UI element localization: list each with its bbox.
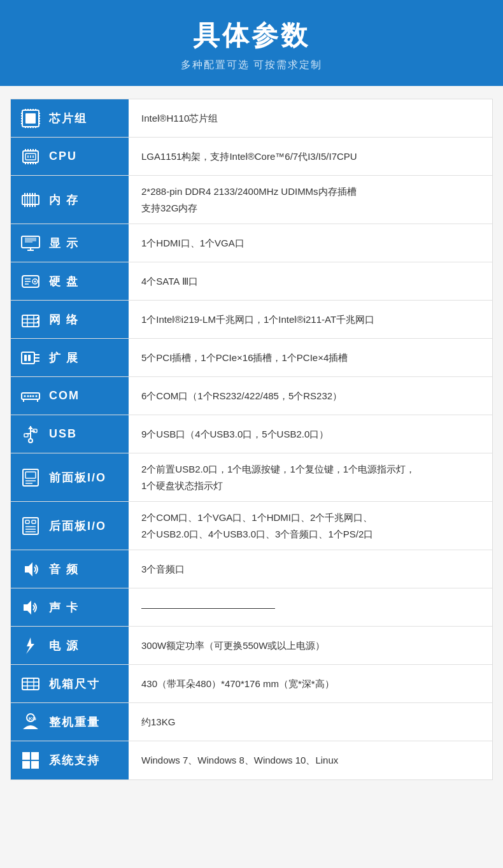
spec-row-display: 显 示1个HDMI口、1个VGA口 [11,224,492,262]
spec-value-text-sound-card: —————————————— [141,599,275,616]
svg-rect-97 [25,520,29,523]
com-icon [18,384,43,408]
spec-value-weight: 约13KG [129,703,492,741]
spec-row-weight: KG 整机重量约13KG [11,703,492,741]
rear-panel-icon [18,514,43,538]
spec-value-text-rear-panel: 2个COM口、1个VGA口、1个HDMI口、2个千兆网口、2个USB2.0口、4… [141,509,373,542]
spec-value-rear-panel: 2个COM口、1个VGA口、1个HDMI口、2个千兆网口、2个USB2.0口、4… [129,502,492,550]
spec-label-text-display: 显 示 [49,236,79,251]
spec-label-text-front-panel: 前面板I/O [49,470,106,485]
svg-point-91 [29,439,32,443]
svg-rect-114 [31,761,39,769]
spec-label-rear-panel: 后面板I/O [11,502,129,550]
spec-value-network: 1个Intel®i219-LM千兆网口，1个Intel®i211-AT千兆网口 [129,301,492,338]
chipset-icon [18,106,43,131]
spec-value-text-expansion: 5个PCI插槽，1个PCIe×16插槽，1个PCIe×4插槽 [141,350,348,366]
spec-value-text-power: 300W额定功率（可更换550W或以上电源） [141,637,325,654]
spec-value-front-panel: 2个前置USB2.0口，1个电源按键，1个复位键，1个电源指示灯，1个硬盘状态指… [129,453,492,501]
svg-rect-66 [22,315,39,327]
spec-value-text-hdd: 4个SATA Ⅲ口 [141,273,198,290]
front-panel-icon [18,466,43,490]
svg-text:KG: KG [29,716,36,722]
svg-point-83 [32,395,34,397]
svg-point-82 [30,395,32,397]
spec-row-sound-card: 声 卡—————————————— [11,588,492,627]
spec-label-chassis: 机箱尺寸 [11,665,129,702]
svg-marker-103 [24,601,31,615]
spec-value-text-com: 6个COM口（1个RS232/422/485，5个RS232） [141,388,342,404]
svg-rect-74 [24,355,27,361]
spec-value-cpu: LGA1151构架，支持Intel®Core™6/7代I3/I5/I7CPU [129,138,492,175]
display-icon [18,231,43,255]
network-icon [18,308,43,332]
svg-rect-89 [24,434,28,437]
spec-row-chassis: 机箱尺寸430（带耳朵480）*470*176 mm（宽*深*高） [11,665,492,703]
svg-rect-75 [28,355,31,361]
svg-rect-111 [22,752,30,760]
spec-value-text-weight: 约13KG [141,714,175,730]
svg-point-62 [34,280,36,282]
spec-label-expansion: 扩 展 [11,339,129,376]
spec-label-sound-card: 声 卡 [11,588,129,626]
spec-value-text-chipset: Intel®H110芯片组 [141,110,218,127]
spec-label-weight: KG 整机重量 [11,703,129,741]
spec-row-hdd: 硬 盘4个SATA Ⅲ口 [11,262,492,301]
power-icon [18,634,43,658]
spec-value-hdd: 4个SATA Ⅲ口 [129,262,492,300]
spec-value-display: 1个HDMI口、1个VGA口 [129,224,492,262]
svg-rect-93 [25,472,36,478]
svg-rect-112 [31,752,39,760]
spec-row-network: 网 络1个Intel®i219-LM千兆网口，1个Intel®i211-AT千兆… [11,301,492,339]
spec-label-text-hdd: 硬 盘 [49,274,79,289]
spec-label-text-memory: 内 存 [49,192,79,208]
spec-value-power: 300W额定功率（可更换550W或以上电源） [129,627,492,664]
spec-value-text-cpu: LGA1151构架，支持Intel®Core™6/7代I3/I5/I7CPU [141,148,357,165]
usb-icon [18,422,43,446]
spec-label-com: COM [11,377,129,415]
spec-value-usb: 9个USB口（4个USB3.0口，5个USB2.0口） [129,415,492,453]
spec-value-text-network: 1个Intel®i219-LM千兆网口，1个Intel®i211-AT千兆网口 [141,311,374,328]
spec-row-os: 系统支持Windows 7、Windows 8、Windows 10、Linux [11,741,492,779]
spec-value-text-front-panel: 2个前置USB2.0口，1个电源按键，1个复位键，1个电源指示灯，1个硬盘状态指… [141,461,415,494]
spec-value-audio: 3个音频口 [129,550,492,588]
spec-label-text-audio: 音 频 [49,562,79,577]
header-title: 具体参数 [13,18,490,53]
svg-rect-104 [22,678,39,690]
chassis-icon [18,672,43,696]
spec-row-usb: USB9个USB口（4个USB3.0口，5个USB2.0口） [11,415,492,453]
spec-value-chassis: 430（带耳朵480）*470*176 mm（宽*深*高） [129,665,492,702]
spec-value-com: 6个COM口（1个RS232/422/485，5个RS232） [129,377,492,415]
spec-value-chipset: Intel®H110芯片组 [129,99,492,137]
spec-label-audio: 音 频 [11,550,129,588]
spec-label-hdd: 硬 盘 [11,262,129,300]
spec-row-front-panel: 前面板I/O2个前置USB2.0口，1个电源按键，1个复位键，1个电源指示灯，1… [11,453,492,502]
svg-rect-71 [37,317,39,319]
spec-label-display: 显 示 [11,224,129,262]
os-icon [18,748,43,772]
expansion-icon [18,346,43,370]
memory-icon [18,188,43,212]
spec-label-text-os: 系统支持 [49,753,100,768]
spec-value-text-display: 1个HDMI口、1个VGA口 [141,235,244,252]
spec-label-text-rear-panel: 后面板I/O [49,518,106,534]
spec-label-text-weight: 整机重量 [49,715,100,730]
spec-label-text-usb: USB [49,427,77,441]
audio-icon [18,557,43,581]
spec-label-usb: USB [11,415,129,453]
spec-label-text-chassis: 机箱尺寸 [49,676,100,692]
spec-label-text-com: COM [49,389,80,402]
spec-value-memory: 2*288-pin DDR4 2133/2400MHz UDIMMs内存插槽支持… [129,176,492,224]
spec-label-text-sound-card: 声 卡 [49,600,79,615]
spec-row-com: COM6个COM口（1个RS232/422/485，5个RS232） [11,377,492,415]
spec-row-power: 电 源300W额定功率（可更换550W或以上电源） [11,627,492,665]
spec-label-text-chipset: 芯片组 [49,111,87,126]
header-subtitle: 多种配置可选 可按需求定制 [13,59,490,72]
spec-row-cpu: CPULGA1151构架，支持Intel®Core™6/7代I3/I5/I7CP… [11,138,492,176]
spec-value-text-usb: 9个USB口（4个USB3.0口，5个USB2.0口） [141,426,329,443]
svg-rect-1 [25,113,36,124]
spec-label-cpu: CPU [11,138,129,175]
spec-label-front-panel: 前面板I/O [11,453,129,501]
svg-point-80 [24,395,26,397]
hdd-icon [18,269,43,294]
spec-label-memory: 内 存 [11,176,129,224]
